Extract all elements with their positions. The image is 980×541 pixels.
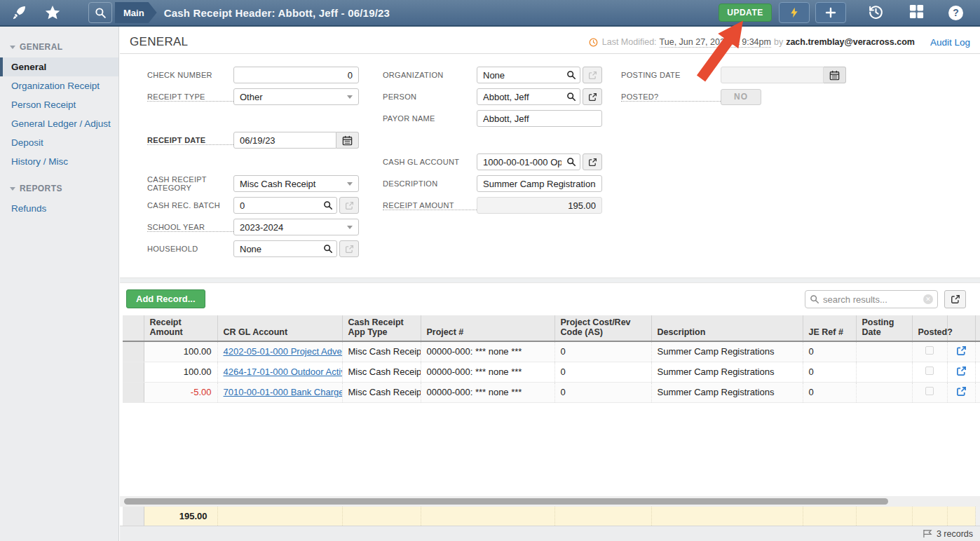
open-record-icon[interactable] xyxy=(956,345,967,356)
col-description[interactable]: Description xyxy=(651,315,803,341)
clear-search-icon[interactable]: ✕ xyxy=(923,294,933,304)
search-icon xyxy=(323,244,333,254)
horizontal-scrollbar[interactable] xyxy=(124,498,888,505)
cell-amount: -5.00 xyxy=(144,382,217,402)
description-input[interactable] xyxy=(477,175,602,192)
receipt-type-select[interactable]: Other xyxy=(233,88,359,105)
col-je-ref[interactable]: JE Ref # xyxy=(803,315,856,341)
posted-label: POSTED? xyxy=(621,93,721,102)
search-icon xyxy=(566,92,576,102)
cash-rec-batch-input[interactable] xyxy=(233,197,337,214)
chevron-down-icon xyxy=(347,182,353,186)
open-person-record-button[interactable] xyxy=(583,88,602,105)
topbar: Main Cash Receipt Header: Abbott, Jeff -… xyxy=(0,0,980,27)
receipt-amount-label: RECEIPT AMOUNT xyxy=(383,201,477,210)
cell-app-type: Misc Cash Receipt xyxy=(342,341,421,362)
main-tab[interactable]: Main xyxy=(115,2,157,23)
cell-je-ref: 0 xyxy=(803,341,856,362)
receipt-date-input[interactable] xyxy=(233,132,336,149)
sidebar-item-refunds[interactable]: Refunds xyxy=(0,199,118,218)
sidebar-item-person-receipt[interactable]: Person Receipt xyxy=(0,95,118,114)
sidebar-item-general[interactable]: General xyxy=(0,57,118,76)
open-record-icon[interactable] xyxy=(956,366,967,376)
posting-date-input xyxy=(721,67,824,83)
cash-gl-account-label: CASH GL ACCOUNT xyxy=(383,158,477,166)
gl-account-link[interactable]: 4264-17-01-000 Outdoor Activity... xyxy=(224,367,343,377)
audit-log-link[interactable]: Audit Log xyxy=(930,37,970,48)
search-icon[interactable] xyxy=(88,2,112,23)
external-link-icon xyxy=(339,240,359,257)
cell-description: Summer Camp Registrations xyxy=(651,382,803,402)
calendar-icon[interactable] xyxy=(336,132,359,149)
sidebar-section-general[interactable]: GENERAL xyxy=(0,36,118,57)
cash-gl-account-input[interactable] xyxy=(477,153,580,170)
apps-grid-icon[interactable] xyxy=(908,4,925,22)
chevron-down-icon xyxy=(10,46,15,49)
external-link-icon xyxy=(588,93,597,102)
cash-receipt-items-table: Receipt Amount CR GL Account Cash Receip… xyxy=(123,315,980,403)
cash-receipt-category-label: CASH RECEIPT CATEGORY xyxy=(147,175,233,192)
open-record-icon[interactable] xyxy=(956,386,967,397)
col-cr-gl-account[interactable]: CR GL Account xyxy=(217,315,342,341)
section-title: GENERAL xyxy=(130,35,188,49)
search-icon xyxy=(566,157,576,167)
sidebar-item-organization-receipt[interactable]: Organization Receipt xyxy=(0,76,118,95)
col-project[interactable]: Project # xyxy=(421,315,554,341)
household-input[interactable] xyxy=(233,240,337,257)
sidebar-item-general-ledger-adjust[interactable]: General Ledger / Adjust xyxy=(0,114,118,133)
col-gutter xyxy=(975,315,980,341)
record-count: 3 records xyxy=(937,529,973,539)
cell-je-ref: 0 xyxy=(803,382,856,402)
external-link-icon xyxy=(339,197,359,214)
col-posted[interactable]: Posted? xyxy=(912,315,947,341)
gl-account-link[interactable]: 4202-05-01-000 Project Adventu... xyxy=(224,346,343,357)
help-icon[interactable]: ? xyxy=(948,6,963,20)
history-icon[interactable] xyxy=(867,3,885,23)
cell-description: Summer Camp Registrations xyxy=(651,341,803,362)
results-search-input[interactable] xyxy=(823,294,923,305)
check-number-label: CHECK NUMBER xyxy=(147,71,233,79)
school-year-select[interactable]: 2023-2024 xyxy=(233,219,359,235)
star-icon[interactable] xyxy=(41,2,64,23)
cell-project: 00000-000: *** none *** xyxy=(421,341,554,362)
row-handle[interactable] xyxy=(123,362,144,382)
cash-receipt-category-select[interactable]: Misc Cash Receipt xyxy=(233,175,359,192)
quick-actions-button[interactable] xyxy=(779,2,810,23)
add-record-button[interactable]: Add Record... xyxy=(126,289,205,308)
col-receipt-amount[interactable]: Receipt Amount xyxy=(144,315,217,341)
open-results-button[interactable] xyxy=(944,290,966,308)
modified-by-user: zach.tremblay@veracross.com xyxy=(786,37,915,47)
col-app-type[interactable]: Cash Receipt App Type xyxy=(342,315,421,341)
receipt-type-label: RECEIPT TYPE xyxy=(147,93,233,102)
row-handle[interactable] xyxy=(123,382,144,402)
cash-rec-batch-label: CASH REC. BATCH xyxy=(147,201,233,210)
row-handle[interactable] xyxy=(123,341,144,362)
col-posting-date[interactable]: Posting Date xyxy=(856,315,912,341)
posted-checkbox xyxy=(925,387,934,395)
table-header-row: Receipt Amount CR GL Account Cash Receip… xyxy=(123,315,980,341)
organization-input[interactable] xyxy=(477,67,580,83)
sidebar-section-reports[interactable]: REPORTS xyxy=(0,178,118,199)
chevron-down-icon xyxy=(347,95,353,99)
last-modified-label: Last Modified: xyxy=(602,37,657,47)
gl-account-link[interactable]: 7010-00-01-000 Bank Charges xyxy=(224,387,343,397)
add-button[interactable] xyxy=(815,2,846,23)
payor-name-input[interactable] xyxy=(477,110,602,127)
row-handle-header xyxy=(123,315,144,341)
check-number-input[interactable] xyxy=(233,67,359,83)
rocket-icon[interactable] xyxy=(7,2,31,23)
chevron-down-icon xyxy=(347,226,353,229)
open-gl-account-button[interactable] xyxy=(583,153,602,170)
external-link-icon xyxy=(583,67,602,83)
posted-checkbox xyxy=(925,367,934,375)
posted-status-button: NO xyxy=(721,89,761,105)
cash-receipt-items-panel: Add Record... ✕ Receipt Amount CR GL Acc… xyxy=(120,283,980,496)
description-label: DESCRIPTION xyxy=(383,179,477,188)
sidebar-item-deposit[interactable]: Deposit xyxy=(0,133,118,152)
chevron-down-icon xyxy=(10,187,15,191)
person-input[interactable] xyxy=(477,88,580,105)
posting-date-label: POSTING DATE xyxy=(621,71,721,79)
update-button[interactable]: UPDATE xyxy=(719,4,772,22)
col-cost-rev-code[interactable]: Project Cost/Rev Code (AS) xyxy=(554,315,651,341)
sidebar-item-history-misc[interactable]: History / Misc xyxy=(0,152,118,171)
